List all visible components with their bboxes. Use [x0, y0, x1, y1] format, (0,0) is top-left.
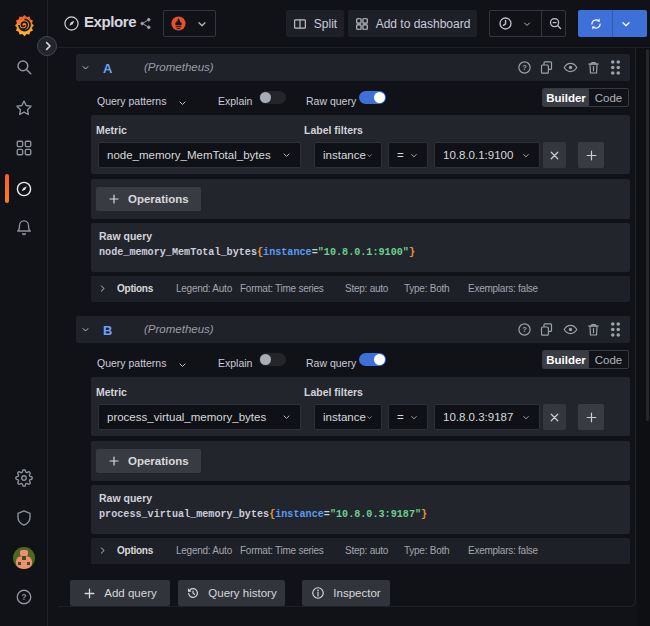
svg-text:?: ?: [21, 593, 26, 602]
